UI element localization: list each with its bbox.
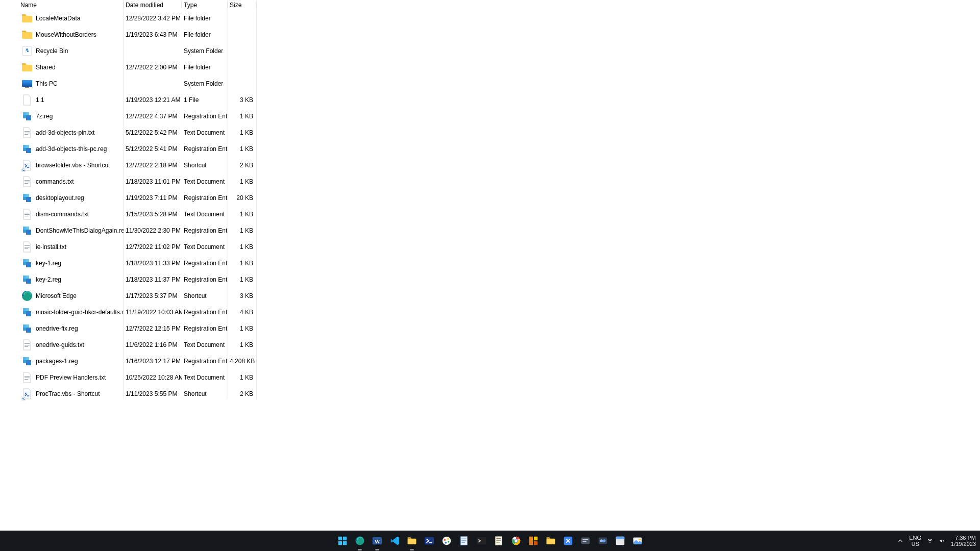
file-name: 7z.reg [36,113,53,120]
reg-icon [20,355,34,368]
taskbar-app-terminal[interactable] [474,534,488,548]
svg-rect-30 [496,537,502,545]
file-row[interactable]: Microsoft Edge1/17/2023 5:37 PMShortcut3… [18,288,256,304]
taskbar-app-edge[interactable] [353,534,367,548]
file-row[interactable]: PDF Preview Handlers.txt10/25/2022 10:28… [18,369,256,386]
file-size: 1 KB [228,374,256,381]
taskbar-app-generic-3[interactable] [596,534,610,548]
column-header-date[interactable]: Date modified [124,1,182,10]
taskbar-app-chrome[interactable] [509,534,523,548]
taskbar-app-files[interactable] [544,534,558,548]
file-type: 1 File [182,96,228,104]
taskbar-app-notepad[interactable] [457,534,471,548]
taskbar-app-notepadpp[interactable] [492,534,506,548]
thispc-icon [20,77,34,90]
svg-point-33 [514,539,518,542]
file-date: 12/28/2022 3:42 PM [124,15,182,22]
file-date: 11/19/2022 10:03 AM [124,309,182,316]
taskbar-app-vscode[interactable] [387,534,402,548]
svg-point-42 [600,539,603,542]
volume-icon[interactable] [939,537,946,544]
svg-rect-35 [534,537,537,540]
file-row[interactable]: commands.txt1/18/2023 11:01 PMText Docum… [18,173,256,190]
system-tray: ENG US 7:36 PM 1/19/2023 [897,531,976,551]
file-date: 5/12/2022 5:41 PM [124,145,182,153]
file-row[interactable]: LocaleMetaData12/28/2022 3:42 PMFile fol… [18,10,256,27]
txt-icon [20,338,34,352]
column-divider[interactable] [256,0,257,399]
wifi-icon[interactable] [926,537,934,544]
file-row[interactable]: ProcTrac.vbs - Shortcut1/11/2023 5:55 PM… [18,386,256,402]
folder-icon [20,12,34,25]
blank-icon [20,93,34,107]
file-row[interactable]: Shared12/7/2022 2:00 PMFile folder [18,59,256,76]
column-header-name[interactable]: Name [18,1,124,10]
tray-language-line2: US [909,541,921,547]
file-row[interactable]: packages-1.reg1/16/2023 12:17 PMRegistra… [18,353,256,369]
file-name: MouseWithoutBorders [36,31,96,38]
file-row[interactable]: add-3d-objects-this-pc.reg5/12/2022 5:41… [18,141,256,157]
file-row[interactable]: Recycle BinSystem Folder [18,43,256,59]
column-header-size[interactable]: Size [228,1,256,10]
taskbar-app-generic-2[interactable] [578,534,593,548]
svg-rect-14 [343,537,347,540]
file-row[interactable]: music-folder-guid-hkcr-defaults.reg11/19… [18,304,256,320]
file-row[interactable]: 1.11/19/2023 12:21 AM1 File3 KB [18,92,256,108]
svg-point-21 [444,539,446,541]
file-type: Registration Entries [182,227,228,234]
file-row[interactable]: MouseWithoutBorders1/19/2023 6:43 PMFile… [18,27,256,43]
column-divider[interactable] [124,0,124,399]
svg-rect-36 [534,541,537,545]
file-name: LocaleMetaData [36,15,80,22]
recycle-icon [20,44,34,58]
svg-rect-45 [616,537,625,539]
file-name: key-2.reg [36,276,61,283]
file-row[interactable]: add-3d-objects-pin.txt5/12/2022 5:42 PMT… [18,124,256,141]
reg-icon [20,224,34,237]
file-size: 20 KB [228,194,256,202]
taskbar-app-explorer[interactable] [405,534,419,548]
file-date: 1/18/2023 11:33 PM [124,260,182,267]
taskbar-app-powertoys[interactable] [526,534,541,548]
file-name: commands.txt [36,178,74,185]
svg-point-20 [443,537,451,545]
txt-icon [20,240,34,254]
tray-clock[interactable]: 7:36 PM 1/19/2023 [951,535,976,547]
taskbar-app-powershell[interactable] [422,534,436,548]
file-row[interactable]: onedrive-guids.txt11/6/2022 1:16 PMText … [18,337,256,353]
file-row[interactable]: onedrive-fix.reg12/7/2022 12:15 PMRegist… [18,320,256,337]
taskbar-app-paint[interactable] [439,534,454,548]
column-header-type[interactable]: Type [182,1,228,10]
file-row[interactable]: desktoplayout.reg1/19/2023 7:11 PMRegist… [18,190,256,206]
column-divider[interactable] [228,0,228,399]
file-type: Registration Entries [182,145,228,153]
taskbar-app-generic-1[interactable] [561,534,575,548]
file-row[interactable]: browsefolder.vbs - Shortcut12/7/2022 2:1… [18,157,256,173]
start-button[interactable] [335,534,350,548]
tray-language[interactable]: ENG US [909,535,921,547]
file-row[interactable]: key-1.reg1/18/2023 11:33 PMRegistration … [18,255,256,271]
taskbar-app-photos[interactable] [630,534,645,548]
file-size: 1 KB [228,276,256,283]
reg-icon [20,191,34,205]
file-row[interactable]: dism-commands.txt1/15/2023 5:28 PMText D… [18,206,256,222]
file-type: Text Document [182,129,228,136]
file-row[interactable]: ie-install.txt12/7/2022 11:02 PMText Doc… [18,239,256,255]
file-name: desktoplayout.reg [36,194,84,202]
tray-overflow-icon[interactable] [897,537,904,544]
file-name: Shared [36,64,56,71]
tray-date: 1/19/2023 [951,541,976,547]
file-row[interactable]: 7z.reg12/7/2022 4:37 PMRegistration Entr… [18,108,256,124]
file-row[interactable]: DontShowMeThisDialogAgain.reg11/30/2022 … [18,222,256,239]
reg-icon [20,322,34,335]
file-name: PDF Preview Handlers.txt [36,374,106,381]
file-date: 12/7/2022 2:18 PM [124,162,182,169]
file-row[interactable]: This PCSystem Folder [18,76,256,92]
file-row[interactable]: key-2.reg1/18/2023 11:37 PMRegistration … [18,271,256,288]
file-size: 1 KB [228,113,256,120]
taskbar-app-word[interactable]: W [370,534,384,548]
txt-icon [20,126,34,139]
column-divider[interactable] [182,0,182,399]
file-type: Text Document [182,374,228,381]
taskbar-app-generic-4[interactable] [613,534,627,548]
